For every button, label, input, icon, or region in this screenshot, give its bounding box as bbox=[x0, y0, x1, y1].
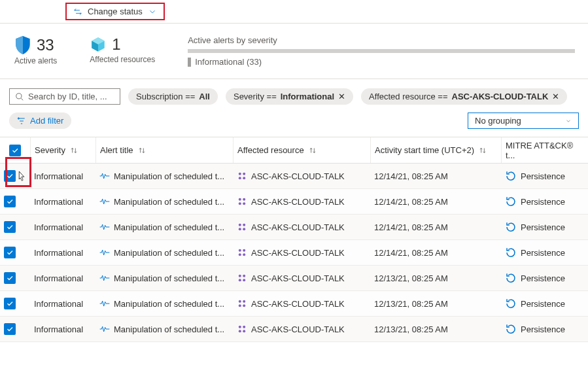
col-title[interactable]: Alert title bbox=[95, 137, 233, 163]
select-all-checkbox[interactable] bbox=[0, 137, 30, 163]
close-icon[interactable]: ✕ bbox=[552, 92, 559, 101]
svg-point-15 bbox=[239, 253, 241, 256]
close-icon[interactable]: ✕ bbox=[338, 92, 345, 101]
persistence-icon bbox=[505, 247, 517, 258]
table-header: Severity Alert title Affected resource A… bbox=[0, 137, 588, 164]
chevron-down-icon bbox=[148, 7, 157, 16]
resource-icon bbox=[237, 324, 247, 334]
chevron-down-icon bbox=[565, 118, 572, 124]
svg-point-9 bbox=[239, 224, 241, 226]
svg-point-25 bbox=[239, 326, 241, 328]
row-checkbox[interactable] bbox=[0, 196, 30, 207]
svg-point-11 bbox=[239, 228, 241, 230]
row-start: 12/13/21, 08:25 AM bbox=[370, 324, 501, 334]
svg-point-3 bbox=[239, 177, 241, 179]
resource-icon bbox=[237, 171, 247, 181]
severity-bar bbox=[188, 49, 575, 53]
svg-point-20 bbox=[243, 279, 245, 281]
table-row[interactable]: InformationalManipulation of scheduled t… bbox=[0, 291, 588, 317]
resource-icon bbox=[237, 273, 247, 283]
change-status-button[interactable]: Change status bbox=[65, 3, 165, 20]
pulse-icon bbox=[99, 172, 110, 180]
table-row[interactable]: InformationalManipulation of scheduled t… bbox=[0, 164, 588, 189]
col-resource[interactable]: Affected resource bbox=[233, 137, 370, 163]
filter-pill-subscription[interactable]: Subscription == All bbox=[128, 88, 218, 105]
row-severity: Informational bbox=[30, 299, 95, 309]
pulse-icon bbox=[99, 300, 110, 307]
svg-point-6 bbox=[243, 198, 245, 201]
severity-swatch bbox=[188, 58, 191, 67]
row-mitre: Persistence bbox=[501, 170, 588, 182]
pulse-icon bbox=[99, 249, 110, 256]
svg-point-21 bbox=[239, 300, 241, 303]
svg-point-8 bbox=[243, 202, 245, 205]
cube-icon bbox=[90, 36, 107, 53]
sort-icon bbox=[308, 146, 317, 155]
svg-point-5 bbox=[239, 198, 241, 201]
row-checkbox[interactable] bbox=[0, 221, 30, 233]
affected-resources-count: 1 bbox=[112, 35, 120, 54]
stat-active-alerts: 33 Active alerts bbox=[14, 35, 57, 65]
pulse-icon bbox=[99, 198, 110, 205]
table-row[interactable]: InformationalManipulation of scheduled t… bbox=[0, 215, 588, 240]
svg-point-12 bbox=[243, 228, 245, 230]
persistence-icon bbox=[505, 170, 517, 182]
svg-point-28 bbox=[243, 330, 245, 332]
row-title: Manipulation of scheduled t... bbox=[95, 273, 233, 283]
persistence-icon bbox=[505, 298, 517, 309]
svg-point-1 bbox=[239, 173, 241, 175]
persistence-icon bbox=[505, 196, 517, 207]
severity-chart-title: Active alerts by severity bbox=[188, 35, 575, 45]
row-resource: ASC-AKS-CLOUD-TALK bbox=[233, 273, 370, 283]
table-row[interactable]: InformationalManipulation of scheduled t… bbox=[0, 189, 588, 215]
svg-point-22 bbox=[243, 300, 245, 303]
toolbar: Change status bbox=[0, 0, 588, 24]
col-start[interactable]: Activity start time (UTC+2) bbox=[370, 137, 501, 163]
stat-affected-resources: 1 Affected resources bbox=[90, 35, 155, 64]
sort-icon bbox=[478, 146, 487, 155]
row-resource: ASC-AKS-CLOUD-TALK bbox=[233, 247, 370, 258]
row-severity: Informational bbox=[30, 171, 95, 181]
search-placeholder: Search by ID, title, ... bbox=[28, 92, 107, 101]
svg-point-10 bbox=[243, 224, 245, 226]
persistence-icon bbox=[505, 323, 517, 335]
add-filter-button[interactable]: Add filter bbox=[9, 113, 71, 129]
svg-point-24 bbox=[243, 304, 245, 307]
svg-point-17 bbox=[239, 275, 241, 277]
col-mitre[interactable]: MITRE ATT&CK® t... bbox=[501, 137, 588, 163]
filter-bar: Search by ID, title, ... Subscription ==… bbox=[0, 79, 588, 131]
resource-icon bbox=[237, 247, 247, 258]
row-checkbox[interactable] bbox=[0, 272, 30, 284]
filter-pill-severity[interactable]: Severity == Informational ✕ bbox=[226, 88, 353, 105]
severity-legend-text: Informational (33) bbox=[195, 57, 262, 67]
row-title: Manipulation of scheduled t... bbox=[95, 248, 233, 258]
grouping-select[interactable]: No grouping bbox=[468, 113, 579, 129]
svg-point-4 bbox=[243, 177, 245, 179]
filter-add-icon bbox=[17, 116, 26, 126]
pulse-icon bbox=[99, 325, 110, 333]
table-row[interactable]: InformationalManipulation of scheduled t… bbox=[0, 317, 588, 342]
row-severity: Informational bbox=[30, 222, 95, 232]
row-start: 12/14/21, 08:25 AM bbox=[370, 197, 501, 207]
row-resource: ASC-AKS-CLOUD-TALK bbox=[233, 196, 370, 207]
row-checkbox[interactable] bbox=[0, 298, 30, 309]
col-severity[interactable]: Severity bbox=[30, 137, 95, 163]
row-checkbox[interactable] bbox=[0, 323, 30, 335]
filter-pill-resource[interactable]: Affected resource == ASC-AKS-CLOUD-TALK … bbox=[361, 88, 567, 105]
row-title: Manipulation of scheduled t... bbox=[95, 171, 233, 181]
affected-resources-label: Affected resources bbox=[90, 55, 155, 64]
search-input[interactable]: Search by ID, title, ... bbox=[9, 88, 120, 105]
row-checkbox[interactable] bbox=[0, 247, 30, 258]
row-resource: ASC-AKS-CLOUD-TALK bbox=[233, 324, 370, 334]
table-row[interactable]: InformationalManipulation of scheduled t… bbox=[0, 266, 588, 291]
sort-icon bbox=[69, 146, 78, 155]
svg-point-7 bbox=[239, 202, 241, 205]
svg-point-14 bbox=[243, 249, 245, 252]
row-mitre: Persistence bbox=[501, 298, 588, 309]
svg-point-2 bbox=[243, 173, 245, 175]
row-start: 12/14/21, 08:25 AM bbox=[370, 248, 501, 258]
svg-point-19 bbox=[239, 279, 241, 281]
shield-icon bbox=[14, 35, 31, 55]
row-severity: Informational bbox=[30, 324, 95, 334]
table-row[interactable]: InformationalManipulation of scheduled t… bbox=[0, 240, 588, 266]
